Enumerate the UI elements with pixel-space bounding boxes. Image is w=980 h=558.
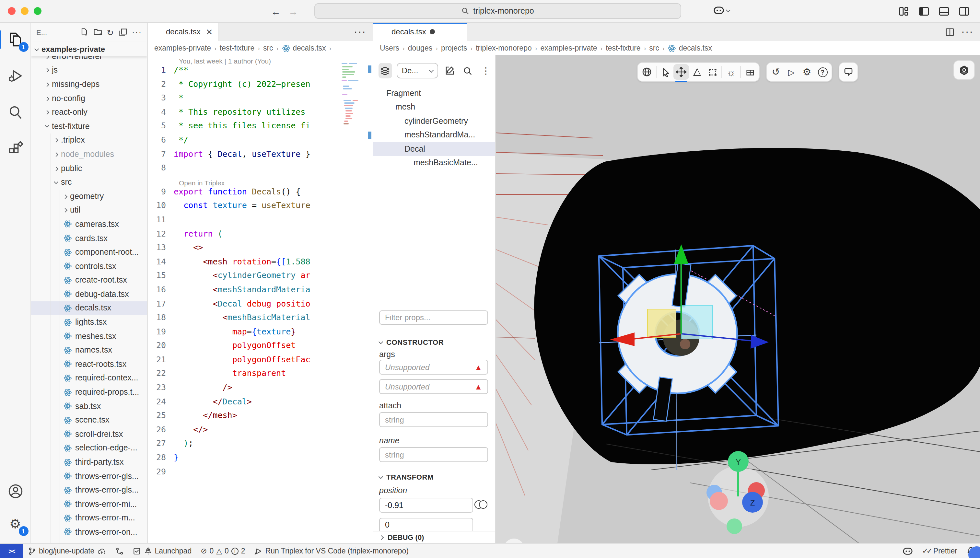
world-mode-button[interactable] [639, 64, 655, 80]
tree-item-throws-error-gls...[interactable]: throws-error-gls... [31, 469, 147, 483]
scene-element-mesh[interactable]: mesh [373, 100, 495, 114]
new-folder-button[interactable] [93, 28, 102, 37]
transform-section-header[interactable]: TRANSFORM [379, 473, 433, 481]
activity-extensions-button[interactable] [5, 138, 26, 159]
tree-item-throws-error-on...[interactable]: throws-error-on... [31, 525, 147, 539]
name-input[interactable]: string [379, 447, 488, 462]
minimap[interactable] [340, 62, 365, 159]
code-line-29[interactable]: 29 [148, 466, 373, 480]
tree-item-react-roots.tsx[interactable]: react-roots.tsx [31, 357, 147, 371]
codelens[interactable]: Open in Triplex [148, 177, 373, 187]
code-line-1[interactable]: 1/** [148, 65, 373, 79]
filter-props-input[interactable]: Filter props... [379, 310, 488, 325]
play-button[interactable]: ▷ [784, 64, 799, 80]
scene-more-button[interactable]: ⋮ [479, 63, 492, 79]
settings-button[interactable]: ⚙ 1 [5, 513, 26, 534]
breadcrumb-item[interactable]: Users [380, 44, 399, 52]
breadcrumb-item[interactable]: douges [408, 44, 432, 52]
scene-search-button[interactable] [461, 63, 475, 79]
breadcrumb-item[interactable]: decals.tsx [679, 44, 712, 52]
select-tool-button[interactable] [658, 64, 673, 80]
rotate-tool-button[interactable] [689, 64, 704, 80]
activity-explorer-button[interactable]: 1 [5, 29, 26, 50]
code-line-24[interactable]: 24 </Decal> [148, 396, 373, 410]
code-line-13[interactable]: 13 <> [148, 242, 373, 256]
tree-item-required-contex...[interactable]: required-contex... [31, 371, 147, 385]
tree-item-controls.tsx[interactable]: controls.tsx [31, 259, 147, 273]
breadcrumb-item[interactable]: test-fixture [220, 44, 254, 52]
account-button[interactable] [5, 481, 26, 502]
code-line-4[interactable]: 4 * This repository utilizes [148, 107, 373, 121]
translate-tool-button[interactable] [673, 64, 689, 80]
tree-item-no-config[interactable]: no-config [31, 91, 147, 105]
scene-layers-button[interactable] [379, 63, 392, 79]
code-line-9[interactable]: 9export function Decals() { [148, 187, 373, 200]
code-line-12[interactable]: 12 return ( [148, 228, 373, 242]
copilot-status-button[interactable] [897, 546, 918, 556]
code-line-28[interactable]: 28} [148, 452, 373, 466]
args-input-0[interactable]: Unsupported ▲︎ [379, 360, 488, 374]
viewport-settings-button[interactable]: ⚙ [799, 64, 815, 80]
tree-item-lights.tsx[interactable]: lights.tsx [31, 315, 147, 329]
tree-item-sab.tsx[interactable]: sab.tsx [31, 399, 147, 413]
code-line-3[interactable]: 3 * [148, 93, 373, 107]
modified-dot-icon[interactable] [430, 29, 435, 34]
tree-item-error-renderer[interactable]: error-renderer [31, 56, 147, 63]
tree-item-cards.tsx[interactable]: cards.tsx [31, 231, 147, 245]
toggle-panel-button[interactable] [937, 4, 951, 18]
code-line-15[interactable]: 15 <cylinderGeometry ar [148, 271, 373, 284]
copilot-menu-button[interactable] [713, 5, 730, 16]
tree-item-public[interactable]: public [31, 161, 147, 175]
position-y-input[interactable]: 0 [379, 518, 473, 532]
code-line-20[interactable]: 20 polygonOffset [148, 341, 373, 354]
breadcrumb-item[interactable]: triplex-monorepo [476, 44, 532, 52]
command-center-search[interactable]: triplex-monorepo [314, 3, 681, 19]
code-line-6[interactable]: 6 */ [148, 135, 373, 149]
scene-element-Decal[interactable]: Decal [373, 142, 495, 156]
code-line-11[interactable]: 11 [148, 215, 373, 228]
code-line-2[interactable]: 2 * Copyright (c) 2022–presen [148, 79, 373, 93]
tree-item-create-root.tsx[interactable]: create-root.tsx [31, 273, 147, 287]
problems-item[interactable]: ⊘0 △0 i2 [196, 544, 250, 558]
position-x-input[interactable]: -0.91 [379, 498, 473, 513]
toggle-primary-sidebar-button[interactable] [916, 4, 931, 18]
edit-component-button[interactable] [443, 63, 456, 79]
tree-item-throws-error-m...[interactable]: throws-error-m... [31, 511, 147, 525]
tree-item-src[interactable]: src [31, 175, 147, 189]
codelens[interactable]: You, last week | 1 author (You) [148, 55, 373, 65]
tree-item-component-root...[interactable]: component-root... [31, 245, 147, 259]
component-select[interactable]: De... [397, 63, 438, 79]
code-line-17[interactable]: 17 <Decal debug positio [148, 299, 373, 312]
code-line-10[interactable]: 10 const texture = useTexture [148, 200, 373, 215]
breadcrumb-item[interactable]: examples-private [154, 44, 211, 52]
breadcrumb-item[interactable]: decals.tsx [293, 44, 326, 52]
minimize-window-button[interactable] [21, 7, 28, 15]
customize-layout-button[interactable] [896, 4, 911, 18]
activity-search-button[interactable] [5, 102, 26, 123]
toggle-secondary-sidebar-button[interactable] [957, 4, 971, 18]
position-link-toggle[interactable] [474, 500, 489, 509]
tree-item-names.tsx[interactable]: names.tsx [31, 343, 147, 357]
editor-more-actions-button[interactable]: ··· [961, 26, 973, 38]
tree-item-decals.tsx[interactable]: decals.tsx [31, 301, 147, 315]
tree-item-scroll-drei.tsx[interactable]: scroll-drei.tsx [31, 427, 147, 441]
tree-item-node-modules[interactable]: node_modules [31, 147, 147, 161]
tree-item-throws-error-mi...[interactable]: throws-error-mi... [31, 497, 147, 511]
remote-indicator[interactable]: >< [0, 544, 23, 558]
git-branch-item[interactable]: blog/june-update [23, 544, 110, 558]
camera-gizmo-button[interactable] [954, 60, 975, 80]
breadcrumb[interactable]: Users›douges›projects›triplex-monorepo›e… [373, 41, 980, 55]
tree-item-js[interactable]: js [31, 63, 147, 77]
tree-item-third-party.tsx[interactable]: third-party.tsx [31, 455, 147, 469]
history-back-button[interactable]: ← [271, 5, 281, 16]
tree-item-geometry[interactable]: geometry [31, 189, 147, 203]
close-window-button[interactable] [8, 7, 16, 15]
code-line-23[interactable]: 23 /> [148, 382, 373, 396]
code-line-18[interactable]: 18 <meshBasicMaterial [148, 312, 373, 326]
tree-item-.triplex[interactable]: .triplex [31, 133, 147, 147]
tree-item-util[interactable]: util [31, 203, 147, 217]
tab-decals-code[interactable]: decals.tsx ✕ [148, 23, 219, 41]
help-button[interactable]: ? [815, 64, 830, 80]
constructor-section-header[interactable]: CONSTRUCTOR [379, 338, 444, 346]
undo-button[interactable]: ↺ [768, 64, 784, 80]
